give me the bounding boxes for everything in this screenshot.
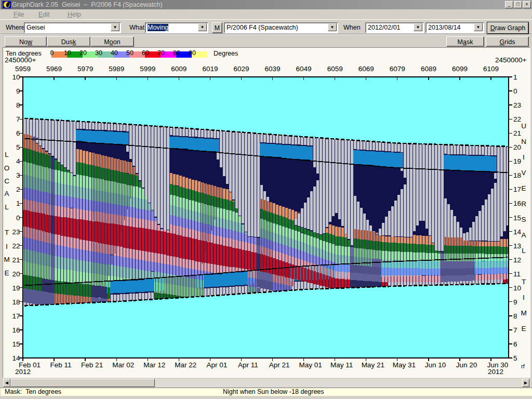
svg-text:S: S <box>521 216 526 223</box>
svg-text:May 11: May 11 <box>330 361 353 369</box>
svg-text:Apr 01: Apr 01 <box>207 361 228 369</box>
svg-text:2450000+: 2450000+ <box>495 56 527 64</box>
svg-text:5959: 5959 <box>15 65 31 73</box>
svg-text:E: E <box>521 325 526 332</box>
svg-text:C: C <box>4 177 9 185</box>
svg-text:N: N <box>521 138 526 145</box>
svg-text:5999: 5999 <box>140 65 155 73</box>
svg-text:7: 7 <box>513 326 517 334</box>
svg-text:20: 20 <box>12 270 20 278</box>
svg-text:2012: 2012 <box>15 368 31 376</box>
svg-text:14: 14 <box>513 228 522 236</box>
svg-text:23: 23 <box>12 228 20 236</box>
svg-text:M: M <box>4 256 9 263</box>
svg-text:19: 19 <box>12 284 20 292</box>
svg-text:May 01: May 01 <box>299 361 322 369</box>
svg-text:23: 23 <box>513 101 521 109</box>
svg-text:2450000+: 2450000+ <box>5 56 36 64</box>
svg-text:Feb 11: Feb 11 <box>50 361 72 369</box>
svg-text:6099: 6099 <box>452 65 468 73</box>
svg-text:R: R <box>521 200 526 208</box>
svg-text:M: M <box>521 309 526 317</box>
svg-text:Apr 21: Apr 21 <box>269 361 290 369</box>
svg-text:13: 13 <box>513 242 521 250</box>
svg-text:Jun 20: Jun 20 <box>456 361 477 369</box>
svg-text:18: 18 <box>12 298 20 306</box>
svg-text:T: T <box>5 229 9 236</box>
svg-text:6049: 6049 <box>296 65 312 73</box>
svg-text:I: I <box>6 243 8 250</box>
svg-text:T: T <box>522 278 526 286</box>
svg-text:16: 16 <box>513 200 521 207</box>
svg-text:6109: 6109 <box>483 65 499 73</box>
svg-text:May 31: May 31 <box>393 361 416 369</box>
svg-text:V: V <box>521 169 526 177</box>
svg-text:5: 5 <box>513 354 517 362</box>
svg-text:18: 18 <box>513 171 521 179</box>
svg-text:8: 8 <box>513 312 517 320</box>
svg-text:6: 6 <box>513 340 517 348</box>
svg-text:Mar 02: Mar 02 <box>112 361 134 369</box>
svg-text:6069: 6069 <box>358 65 374 73</box>
svg-text:5979: 5979 <box>77 65 93 73</box>
svg-text:L: L <box>5 203 9 211</box>
svg-text:A: A <box>4 190 9 197</box>
svg-text:1: 1 <box>513 73 517 81</box>
svg-text:Jun 10: Jun 10 <box>425 361 446 369</box>
svg-text:E: E <box>4 269 9 277</box>
svg-text:1: 1 <box>16 200 20 207</box>
svg-text:22: 22 <box>12 242 20 250</box>
svg-text:6019: 6019 <box>202 65 218 73</box>
svg-text:17: 17 <box>513 185 521 193</box>
svg-text:L: L <box>5 151 9 158</box>
svg-text:Apr 11: Apr 11 <box>238 361 258 369</box>
svg-text:15: 15 <box>12 340 20 348</box>
svg-text:19: 19 <box>513 157 521 165</box>
svg-text:22: 22 <box>513 115 521 123</box>
svg-text:5969: 5969 <box>46 65 62 73</box>
svg-text:0: 0 <box>16 214 20 222</box>
svg-text:Feb 21: Feb 21 <box>81 361 103 369</box>
svg-text:21: 21 <box>12 256 20 264</box>
svg-text:2: 2 <box>16 185 20 193</box>
svg-text:6: 6 <box>16 129 20 137</box>
svg-text:6029: 6029 <box>233 65 249 73</box>
svg-text:7: 7 <box>16 115 20 123</box>
svg-text:May 21: May 21 <box>362 361 384 369</box>
svg-text:21: 21 <box>513 129 521 137</box>
svg-text:Mar 12: Mar 12 <box>143 361 165 369</box>
svg-text:5: 5 <box>16 143 20 151</box>
svg-text:6089: 6089 <box>421 65 436 73</box>
svg-text:9: 9 <box>16 87 20 95</box>
svg-text:3: 3 <box>16 171 20 179</box>
svg-text:2012: 2012 <box>488 368 503 376</box>
svg-text:6059: 6059 <box>327 65 343 73</box>
svg-text:8: 8 <box>16 101 20 109</box>
svg-text:Mar 22: Mar 22 <box>175 361 196 369</box>
svg-text:11: 11 <box>513 270 521 278</box>
svg-text:I: I <box>523 294 525 301</box>
svg-text:0: 0 <box>513 87 517 95</box>
svg-text:E: E <box>521 184 526 192</box>
svg-text:rf: rf <box>521 363 525 369</box>
svg-text:A: A <box>521 231 526 239</box>
svg-text:6039: 6039 <box>265 65 281 73</box>
svg-text:O: O <box>4 164 10 172</box>
svg-text:17: 17 <box>12 312 20 320</box>
svg-text:I: I <box>523 153 525 161</box>
svg-text:U: U <box>521 122 526 130</box>
svg-text:6079: 6079 <box>390 65 405 73</box>
svg-text:L: L <box>522 247 526 255</box>
svg-text:10: 10 <box>513 284 521 292</box>
svg-text:4: 4 <box>16 157 20 165</box>
svg-text:12: 12 <box>513 256 521 264</box>
svg-text:10: 10 <box>12 73 20 81</box>
svg-text:15: 15 <box>513 214 521 222</box>
svg-text:20: 20 <box>513 143 521 151</box>
svg-text:16: 16 <box>12 326 20 334</box>
svg-text:9: 9 <box>513 298 517 306</box>
svg-text:6009: 6009 <box>171 65 187 73</box>
svg-text:5989: 5989 <box>109 65 124 73</box>
